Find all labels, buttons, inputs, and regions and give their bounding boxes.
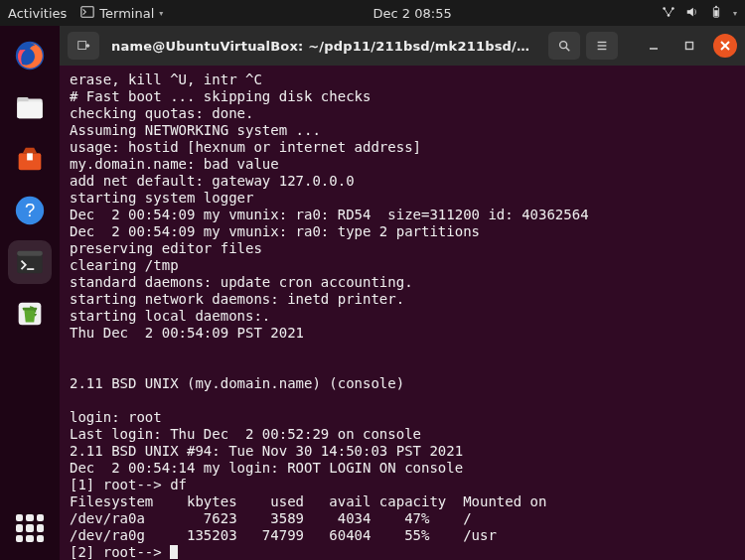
terminal-line: clearing /tmp: [70, 257, 735, 274]
network-icon: [662, 5, 675, 22]
chevron-down-icon: ▾: [733, 9, 737, 18]
svg-rect-12: [27, 153, 33, 160]
ubuntu-dock: ?: [0, 26, 60, 560]
terminal-line: checking quotas: done.: [70, 105, 735, 122]
terminal-line: /dev/ra0a 7623 3589 4034 47% /: [70, 510, 735, 527]
terminal-line: # Fast boot ... skipping disk checks: [70, 88, 735, 105]
app-menu[interactable]: Terminal ▾: [80, 5, 163, 22]
gnome-top-bar: Activities Terminal ▾ Dec 2 08:55 ▾: [0, 0, 745, 26]
status-area[interactable]: ▾: [662, 5, 737, 22]
app-menu-label: Terminal: [99, 6, 154, 21]
terminal-window: name@UbuntuVirtualBox: ~/pdp11/211bsd/mk…: [60, 26, 745, 560]
svg-rect-21: [78, 42, 86, 50]
activities-button[interactable]: Activities: [8, 6, 67, 21]
battery-icon: [709, 5, 723, 22]
terminal-line: Thu Dec 2 00:54:09 PST 2021: [70, 325, 735, 342]
window-title: name@UbuntuVirtualBox: ~/pdp11/211bsd/mk…: [105, 39, 542, 54]
search-button[interactable]: [548, 32, 580, 60]
terminal-line: /dev/ra0g 135203 74799 60404 55% /usr: [70, 527, 735, 544]
terminal-line: starting system logger: [70, 190, 735, 207]
terminal-cursor: [170, 545, 178, 559]
svg-rect-5: [715, 5, 717, 7]
terminal-line: [70, 342, 735, 358]
minimize-button[interactable]: [642, 34, 666, 58]
terminal-line: [1] root--> df: [70, 477, 735, 493]
volume-icon: [685, 5, 699, 22]
terminal-line: Filesystem kbytes used avail capacity Mo…: [70, 493, 735, 510]
terminal-icon: [80, 5, 94, 22]
terminal-line: starting local daemons:.: [70, 308, 735, 325]
svg-text:?: ?: [25, 200, 35, 220]
chevron-down-icon: ▾: [159, 9, 163, 18]
terminal-line: 2.11 BSD UNIX #94: Tue Nov 30 14:50:03 P…: [70, 443, 735, 460]
terminal-line: Dec 2 00:54:09 my vmunix: ra0: type 2 pa…: [70, 223, 735, 240]
terminal-line: usage: hostid [hexnum or internet addres…: [70, 139, 735, 156]
dock-show-applications[interactable]: [8, 506, 52, 550]
new-tab-button[interactable]: [68, 32, 99, 60]
terminal-line: Assuming NETWORKING system ...: [70, 122, 735, 139]
svg-point-24: [560, 42, 567, 49]
terminal-line: Last login: Thu Dec 2 00:52:29 on consol…: [70, 426, 735, 443]
dock-trash[interactable]: [8, 292, 52, 336]
dock-software[interactable]: [8, 137, 52, 181]
terminal-headerbar: name@UbuntuVirtualBox: ~/pdp11/211bsd/mk…: [60, 26, 745, 66]
terminal-line: [70, 358, 735, 375]
svg-rect-10: [17, 101, 43, 118]
svg-rect-16: [17, 251, 43, 256]
hamburger-menu-button[interactable]: [586, 32, 618, 60]
svg-line-25: [566, 48, 570, 52]
apps-grid-icon: [16, 514, 44, 542]
terminal-line: Dec 2 00:54:09 my vmunix: ra0: RD54 size…: [70, 207, 735, 223]
terminal-line: standard daemons: update cron accounting…: [70, 274, 735, 291]
maximize-button[interactable]: [677, 34, 701, 58]
terminal-line: [70, 392, 735, 409]
terminal-line: Dec 2 00:54:14 my login: ROOT LOGIN ON c…: [70, 460, 735, 477]
dock-files[interactable]: [8, 85, 52, 129]
svg-rect-30: [686, 43, 693, 50]
clock[interactable]: Dec 2 08:55: [163, 6, 662, 21]
terminal-line: erase, kill ^U, intr ^C: [70, 71, 735, 88]
svg-rect-0: [81, 6, 93, 17]
terminal-line: my.domain.name: bad value: [70, 156, 735, 173]
svg-rect-6: [714, 10, 718, 16]
terminal-line: login: root: [70, 409, 735, 426]
terminal-line: add net default: gateway 127.0.0.0: [70, 173, 735, 190]
terminal-line: preserving editor files: [70, 240, 735, 257]
close-button[interactable]: [713, 34, 737, 58]
terminal-prompt: [2] root-->: [70, 544, 170, 560]
terminal-line: starting network daemons: inetd printer.: [70, 291, 735, 308]
terminal-output[interactable]: erase, kill ^U, intr ^C# Fast boot ... s…: [60, 66, 745, 560]
terminal-prompt-line[interactable]: [2] root-->: [70, 544, 735, 560]
dock-terminal[interactable]: [8, 240, 52, 284]
terminal-line: 2.11 BSD UNIX (my.domain.name) (console): [70, 375, 735, 392]
dock-firefox[interactable]: [8, 34, 52, 77]
dock-help[interactable]: ?: [8, 189, 52, 232]
